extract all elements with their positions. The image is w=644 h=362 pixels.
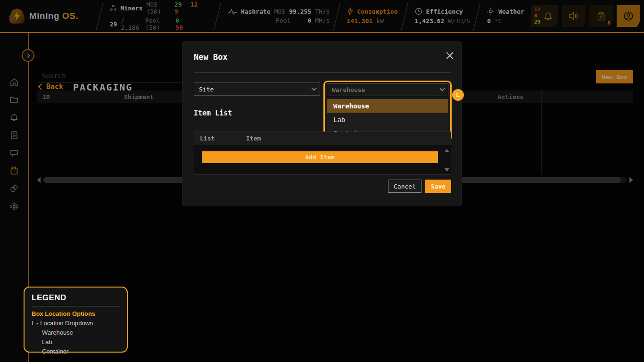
- new-box-modal: New Box Site Warehouse Warehouse Lab Con…: [182, 41, 462, 206]
- site-select-value: Site: [199, 86, 214, 93]
- legend-title: LEGEND: [32, 293, 120, 303]
- chevron-down-icon: [311, 85, 316, 90]
- location-select[interactable]: Warehouse: [327, 83, 448, 96]
- dropdown-option-lab[interactable]: Lab: [327, 113, 448, 126]
- close-icon[interactable]: [446, 51, 454, 60]
- legend-panel: LEGEND Box Location Options L - Location…: [24, 287, 128, 353]
- scroll-down-icon[interactable]: [445, 168, 449, 172]
- cancel-button[interactable]: Cancel: [388, 180, 421, 193]
- legend-divider: [32, 306, 120, 306]
- modal-title: New Box: [194, 52, 228, 62]
- annotation-badge-l: L: [452, 89, 464, 101]
- site-select[interactable]: Site: [194, 82, 320, 96]
- scroll-up-icon[interactable]: [445, 149, 449, 152]
- legend-option-lab: Lab: [32, 338, 120, 346]
- item-table-header-row: List Item: [194, 132, 451, 145]
- dropdown-option-warehouse[interactable]: Warehouse: [327, 99, 448, 113]
- legend-option-warehouse: Warehouse: [32, 329, 120, 336]
- legend-option-container: Container: [32, 348, 120, 355]
- chevron-down-icon: [439, 86, 445, 91]
- item-list-heading: Item List: [194, 109, 232, 117]
- location-select-value: Warehouse: [332, 86, 365, 93]
- save-button[interactable]: Save: [425, 180, 451, 193]
- column-header-item: Item: [246, 135, 261, 142]
- legend-section-title: Box Location Options: [32, 310, 120, 317]
- legend-entry: L - Location Dropdown: [32, 320, 120, 327]
- modal-divider: [194, 72, 451, 73]
- column-header-list: List: [194, 135, 246, 142]
- item-list-table: List Item Add Item: [194, 132, 451, 175]
- add-item-button[interactable]: Add Item: [202, 151, 438, 163]
